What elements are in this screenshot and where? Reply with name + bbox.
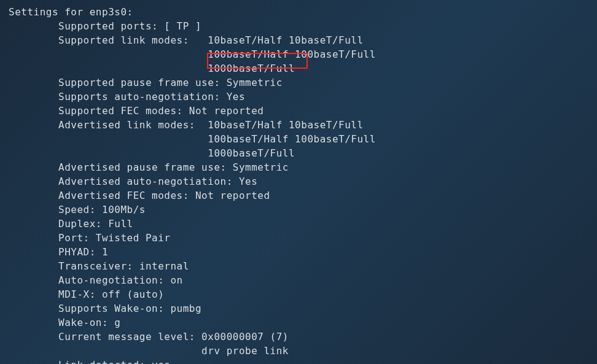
terminal-line: Advertised auto-negotiation: Yes <box>9 174 588 188</box>
terminal-line: Supports Wake-on: pumbg <box>9 301 588 316</box>
terminal-line: 100baseT/Half 100baseT/Full <box>9 132 588 146</box>
terminal-header: Settings for enp3s0: <box>9 5 588 19</box>
terminal-output: Supported ports: [ TP ] Supported link m… <box>9 19 588 364</box>
terminal-line: Advertised link modes: 10baseT/Half 10ba… <box>9 118 588 132</box>
terminal-line: Supported ports: [ TP ] <box>9 19 588 33</box>
terminal-line: Link detected: yes <box>9 358 588 364</box>
terminal-line: Advertised FEC modes: Not reported <box>9 188 588 203</box>
terminal-line: Duplex: Full <box>9 217 588 231</box>
terminal-line: 1000baseT/Full <box>9 61 588 76</box>
terminal-line: Supported pause frame use: Symmetric <box>9 76 588 90</box>
terminal-line: 100baseT/Half 100baseT/Full <box>9 47 588 61</box>
terminal-line: Auto-negotiation: on <box>9 273 588 287</box>
terminal-line: drv probe link <box>9 344 588 358</box>
terminal-line: Advertised pause frame use: Symmetric <box>9 160 588 174</box>
terminal-line: PHYAD: 1 <box>9 245 588 259</box>
terminal-line: Port: Twisted Pair <box>9 231 588 245</box>
terminal-line: 1000baseT/Full <box>9 146 588 160</box>
terminal-line: Current message level: 0x00000007 (7) <box>9 330 588 344</box>
terminal-line: Supported FEC modes: Not reported <box>9 104 588 118</box>
terminal-line: Transceiver: internal <box>9 259 588 273</box>
terminal-line: MDI-X: off (auto) <box>9 287 588 301</box>
terminal-line: Speed: 100Mb/s <box>9 203 588 217</box>
terminal-line: Supported link modes: 10baseT/Half 10bas… <box>9 33 588 47</box>
terminal-line: Supports auto-negotiation: Yes <box>9 90 588 104</box>
terminal-line: Wake-on: g <box>9 316 588 330</box>
